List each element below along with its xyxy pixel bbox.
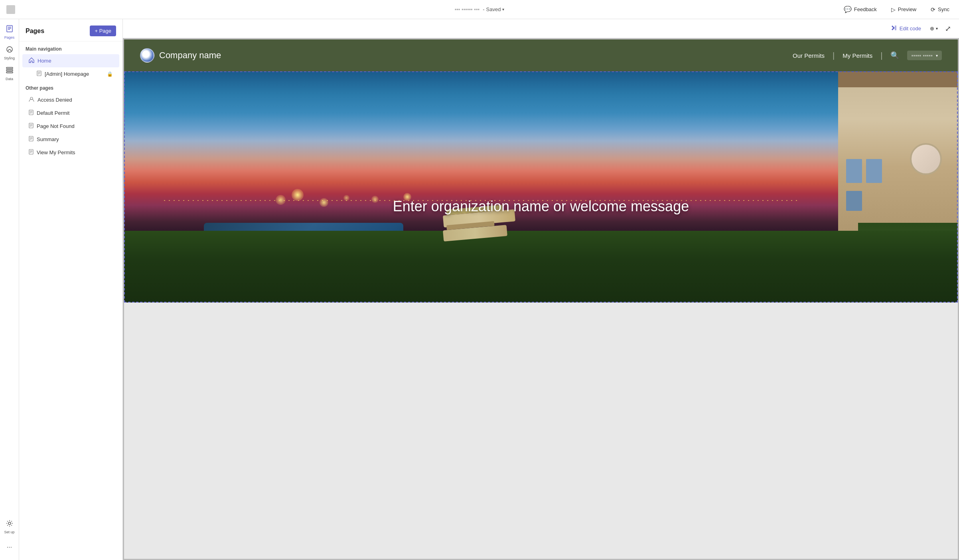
top-bar-left: [6, 5, 15, 14]
site-nav-user[interactable]: ▪▪▪▪▪ ▪▪▪▪▪ ▾: [907, 51, 942, 60]
expand-icon: ⤢: [945, 25, 951, 33]
hero-ground: [124, 231, 958, 303]
nav-link-our-permits[interactable]: Our Permits: [793, 52, 825, 59]
page-name-home: Home: [37, 58, 113, 64]
sidebar-item-data[interactable]: Data: [2, 64, 18, 83]
nav-link-my-permits[interactable]: My Permits: [843, 52, 872, 59]
page-name-default-permit: Default Permit: [37, 110, 113, 116]
zoom-dropdown-icon: ▾: [936, 26, 938, 31]
page-item-access-denied[interactable]: Access Denied: [22, 93, 119, 106]
home-icon: [29, 57, 34, 64]
svg-rect-31: [895, 26, 896, 30]
top-bar: ▪▪▪ ▪▪▪▪▪▪ ▪▪▪ - Saved ▾ 💬 Feedback ▷ Pr…: [0, 0, 959, 19]
nav-separator: |: [833, 51, 835, 60]
site-company-name: Company name: [159, 50, 221, 61]
user-name-placeholder: ▪▪▪▪▪ ▪▪▪▪▪: [911, 52, 933, 59]
person-icon: [29, 96, 34, 103]
preview-icon: ▷: [891, 6, 896, 13]
sidebar-item-setup[interactable]: Set up: [2, 517, 18, 536]
top-bar-center: ▪▪▪ ▪▪▪▪▪▪ ▪▪▪ - Saved ▾: [455, 6, 505, 12]
page-name-summary: Summary: [37, 136, 113, 142]
preview-button[interactable]: ▷ Preview: [888, 5, 920, 14]
lounge-chairs: [443, 212, 515, 239]
zoom-button[interactable]: ⊕ ▾: [927, 24, 940, 33]
data-label: Data: [6, 77, 13, 81]
svg-marker-30: [892, 26, 895, 30]
edit-code-button[interactable]: Edit code: [888, 23, 924, 34]
edit-code-label: Edit code: [900, 26, 921, 31]
svg-rect-6: [6, 69, 13, 71]
vscode-icon: [891, 25, 897, 33]
page-icon-not-found: [29, 123, 34, 130]
saved-label: Saved: [486, 6, 501, 12]
pages-panel-title: Pages: [26, 28, 44, 35]
svg-rect-7: [6, 72, 13, 73]
page-item-admin-homepage[interactable]: [Admin] Homepage 🔒: [22, 67, 119, 81]
page-item-summary[interactable]: Summary: [22, 133, 119, 146]
dropdown-arrow-icon: ▾: [502, 7, 504, 12]
page-icon-admin: [37, 71, 41, 77]
zoom-icon: ⊕: [930, 26, 934, 31]
hero-welcome-text: Enter organization name or welcome messa…: [124, 198, 958, 215]
app-icon: [6, 5, 15, 14]
site-logo-icon: [140, 48, 154, 63]
page-name-admin: [Admin] Homepage: [45, 71, 104, 77]
user-dropdown-icon: ▾: [936, 53, 938, 58]
page-icon-default: [29, 110, 34, 116]
page-item-home[interactable]: Home ···: [22, 54, 119, 67]
page-name-access-denied: Access Denied: [37, 97, 113, 103]
main-layout: Pages Styling Data: [0, 19, 959, 560]
page-icon-summary: [29, 136, 34, 143]
feedback-button[interactable]: 💬 Feedback: [841, 4, 880, 15]
search-icon[interactable]: 🔍: [890, 51, 899, 60]
page-name-view-permits: View My Permits: [37, 149, 113, 155]
add-page-button[interactable]: + Page: [90, 26, 116, 36]
pages-icon: [6, 25, 14, 35]
site-hero: Enter organization name or welcome messa…: [124, 71, 958, 303]
main-nav-section-label: Main navigation: [19, 41, 122, 54]
pages-label: Pages: [4, 35, 15, 39]
setup-label: Set up: [4, 530, 14, 534]
hero-window: [910, 143, 942, 175]
svg-rect-5: [6, 67, 13, 69]
page-name-not-found: Page Not Found: [37, 123, 113, 129]
feedback-icon: 💬: [844, 6, 852, 13]
sidebar-item-styling[interactable]: Styling: [2, 43, 18, 62]
nav-separator-2: |: [880, 51, 882, 60]
sync-icon: ⟳: [931, 6, 935, 13]
styling-icon: [6, 45, 14, 55]
preview-area: Edit code ⊕ ▾ ⤢ Company name Our Permits…: [123, 19, 959, 560]
page-item-page-not-found[interactable]: Page Not Found: [22, 120, 119, 133]
site-preview: Company name Our Permits | My Permits | …: [123, 38, 959, 560]
sync-button[interactable]: ⟳ Sync: [927, 5, 953, 14]
page-item-view-my-permits[interactable]: View My Permits: [22, 146, 119, 159]
icon-sidebar: Pages Styling Data: [0, 19, 19, 560]
data-icon: [6, 66, 14, 76]
lock-icon: 🔒: [107, 71, 113, 77]
sidebar-item-pages[interactable]: Pages: [2, 22, 18, 41]
expand-button[interactable]: ⤢: [943, 23, 953, 35]
setup-icon: [6, 519, 14, 529]
pages-panel-header: Pages + Page: [19, 19, 122, 41]
feedback-label: Feedback: [854, 6, 877, 12]
site-nav: Company name Our Permits | My Permits | …: [124, 39, 958, 71]
page-icon-permits: [29, 149, 34, 156]
sidebar-item-more[interactable]: ···: [2, 538, 18, 557]
other-pages-section-label: Other pages: [19, 81, 122, 93]
svg-point-8: [8, 522, 11, 525]
preview-label: Preview: [898, 6, 916, 12]
svg-rect-0: [7, 26, 12, 32]
site-logo: Company name: [140, 48, 221, 63]
breadcrumb: ▪▪▪ ▪▪▪▪▪▪ ▪▪▪: [455, 6, 480, 12]
page-item-default-permit[interactable]: Default Permit: [22, 106, 119, 120]
preview-toolbar: Edit code ⊕ ▾ ⤢: [123, 19, 959, 38]
sync-label: Sync: [938, 6, 949, 12]
top-bar-right: 💬 Feedback ▷ Preview ⟳ Sync: [841, 4, 953, 15]
styling-label: Styling: [4, 56, 15, 60]
saved-indicator: - Saved ▾: [483, 6, 504, 12]
site-nav-links: Our Permits | My Permits | 🔍 ▪▪▪▪▪ ▪▪▪▪▪…: [793, 51, 942, 60]
more-icon: ···: [7, 544, 12, 551]
pages-panel: Pages + Page Main navigation Home ···: [19, 19, 123, 560]
